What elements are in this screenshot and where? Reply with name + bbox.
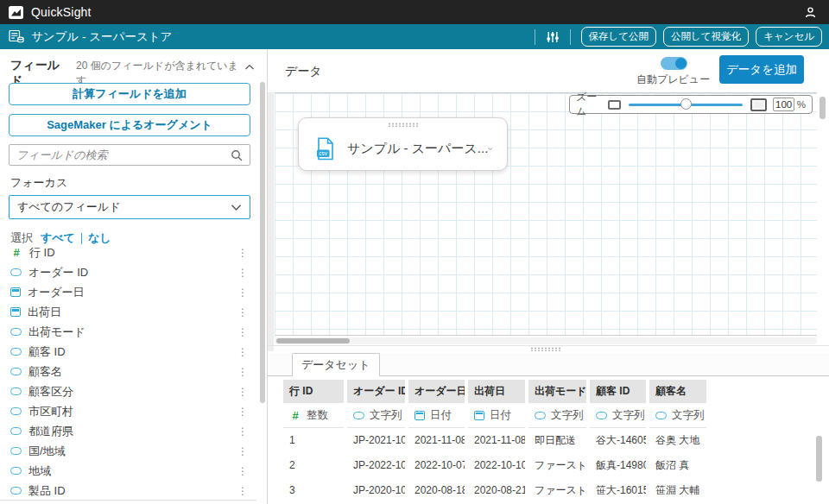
table-cell: 2 [283,453,344,478]
preview-table: 行 IDオーダー IDオーダー日出荷日出荷モード顧客 ID顧客名 #整数文字列日… [283,380,820,504]
field-item[interactable]: 製品 ID⋮ [0,481,256,501]
sagemaker-augment-button[interactable]: SageMaker によるオーグメント [9,114,250,136]
field-name: 顧客名 [28,364,62,380]
table-cell: 1 [283,428,344,453]
field-menu-icon[interactable]: ⋮ [237,268,248,278]
field-menu-icon[interactable]: ⋮ [237,387,248,397]
field-item[interactable]: オーダー ID⋮ [0,262,256,282]
field-item[interactable]: 地域⋮ [0,461,256,481]
canvas-horizontal-scrollbar[interactable] [275,337,817,344]
csv-file-icon: csv [316,137,335,161]
field-item[interactable]: 出荷モード⋮ [0,322,256,342]
field-item[interactable]: #行 ID⋮ [0,243,256,262]
toolbar-publish-visualize-button[interactable]: 公開して視覚化 [663,27,749,47]
zoom-slider-thumb[interactable] [680,98,692,110]
filter-settings-icon[interactable] [546,30,560,44]
field-name: 都道府県 [28,424,73,439]
field-name: オーダー日 [28,285,85,300]
field-item[interactable]: 市区町村⋮ [0,401,256,421]
column-header: オーダー ID [347,380,405,403]
field-search-input[interactable] [9,148,231,161]
table-cell: 飯沼 真 [649,453,706,478]
field-menu-icon[interactable]: ⋮ [237,287,248,298]
field-menu-icon[interactable]: ⋮ [237,347,248,357]
field-menu-icon[interactable]: ⋮ [237,307,248,318]
field-menu-icon[interactable]: ⋮ [237,486,248,496]
user-icon[interactable] [804,6,817,19]
dataset-toolbar: サンプル - スーパーストア 保存して公開公開して視覚化キャンセル [0,24,829,49]
column-header: 行 ID [283,380,344,403]
field-name: 顧客区分 [28,384,73,400]
table-cell: 2021-11-08... [408,428,465,453]
toolbar-save-publish-button[interactable]: 保存して公開 [581,27,657,47]
field-item[interactable]: 国/地域⋮ [0,441,256,461]
sidebar-scrollbar[interactable] [260,82,265,403]
table-vertical-scrollbar[interactable] [816,436,822,482]
column-type-label: 文字列 [370,408,402,423]
focus-select[interactable]: すべてのフィールド [9,195,250,219]
table-cell: 飯真-14980 [590,453,646,478]
column-type-label: 整数 [307,408,328,423]
table-cell: 谷奥 大地 [649,428,706,453]
number-type-icon: # [10,246,22,259]
table-cell: 2022-10-10... [468,453,525,478]
add-data-button[interactable]: データを追加 [719,55,804,84]
table-cell: 笹大-16015 [590,478,646,503]
zoom-slider[interactable] [629,98,743,110]
table-cell: ファースト ... [528,453,586,478]
auto-preview-toggle[interactable] [661,57,687,70]
field-name: 出荷モード [28,324,85,340]
column-type: 文字列 [347,403,405,428]
field-name: 顧客 ID [28,344,66,360]
field-menu-icon[interactable]: ⋮ [237,248,248,258]
column-type: #整数 [283,403,344,428]
divider [535,29,535,45]
string-type-icon [10,368,22,375]
field-item[interactable]: 顧客区分⋮ [0,381,256,401]
table-row: 2JP-2022-10...2022-10-07...2022-10-10...… [283,453,820,478]
dataset-node[interactable]: csv サンプル - スーパース... [298,117,508,171]
field-name: 地域 [28,463,51,479]
tab-dataset[interactable]: データセット [292,353,380,376]
scrollbar-thumb[interactable] [276,338,350,343]
table-cell: 谷大-14605 [590,428,646,453]
field-name: 製品 ID [28,483,66,499]
node-chevron-down-icon[interactable] [488,145,493,153]
field-menu-icon[interactable]: ⋮ [237,367,248,377]
column-type: 日付 [408,403,465,428]
field-item[interactable]: 顧客名⋮ [0,362,256,381]
tab-bar: データセット [268,353,829,376]
field-menu-icon[interactable]: ⋮ [237,327,248,337]
string-type-icon [655,412,667,419]
field-item[interactable]: オーダー日⋮ [0,282,256,302]
string-type-icon [10,387,22,395]
collapse-chevron-up-icon[interactable] [244,60,255,73]
field-item[interactable]: 出荷日⋮ [0,302,256,322]
field-item[interactable]: 都道府県⋮ [0,421,256,441]
field-menu-icon[interactable]: ⋮ [237,406,248,417]
field-search-box [9,144,250,166]
table-cell: 2022-10-07... [408,453,465,478]
table-row: 1JP-2021-10...2021-11-08...2021-11-08...… [283,428,820,453]
field-menu-icon[interactable]: ⋮ [237,426,248,437]
table-cell: 2020-08-21... [468,478,525,503]
string-type-icon [10,407,22,415]
field-menu-icon[interactable]: ⋮ [237,446,248,457]
toolbar-cancel-button[interactable]: キャンセル [756,27,822,47]
quicksight-app: QuickSight サンプル - スーパーストア 保存して公開公開して視覚化キ… [0,0,829,504]
column-header: 出荷モード [528,380,586,403]
table-cell: 即日配送 [528,428,586,453]
flow-canvas[interactable]: ズーム 100 % csv サンプル - スーパース... [275,92,817,336]
string-type-icon [10,328,22,336]
dataset-preview-panel: データセット 行 IDオーダー IDオーダー日出荷日出荷モード顧客 ID顧客名 … [268,351,829,504]
chevron-down-icon [231,204,242,211]
zoom-reset-icon[interactable] [750,98,767,111]
zoom-value[interactable]: 100 [773,98,794,111]
add-calculated-field-button[interactable]: 計算フィールドを追加 [9,83,250,105]
zoom-fit-icon[interactable] [608,100,621,110]
field-menu-icon[interactable]: ⋮ [237,466,248,476]
canvas-vertical-scrollbar[interactable] [820,97,826,119]
search-icon [231,149,243,161]
field-item[interactable]: 顧客 ID⋮ [0,342,256,362]
field-name: 出荷日 [28,305,61,320]
